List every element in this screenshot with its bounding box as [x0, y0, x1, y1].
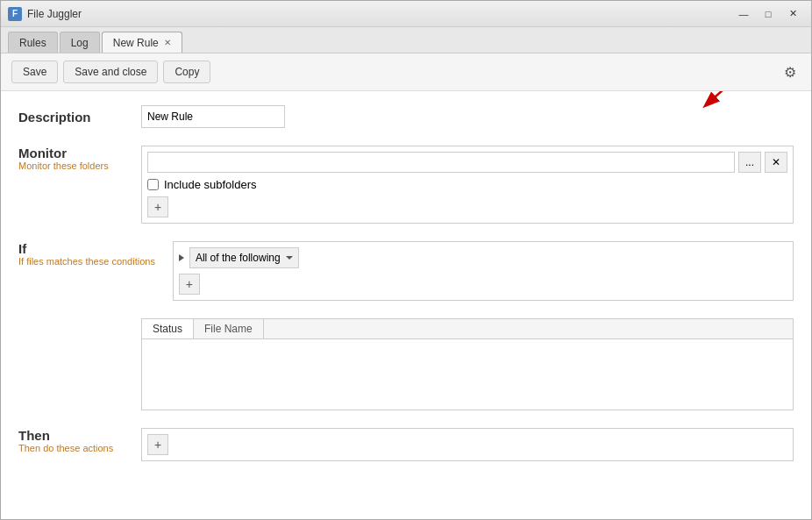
copy-button[interactable]: Copy	[163, 61, 210, 83]
tab-filename[interactable]: File Name	[194, 319, 264, 338]
status-area: Status File Name	[141, 318, 794, 410]
monitor-folder-row: ... ✕	[147, 152, 787, 173]
minimize-button[interactable]: —	[732, 5, 755, 23]
monitor-browse-button[interactable]: ...	[738, 152, 761, 173]
then-section: Then Then do these actions +	[18, 428, 794, 461]
tab-rules[interactable]: Rules	[8, 32, 58, 53]
description-section: Description	[18, 105, 794, 128]
include-subfolders-checkbox[interactable]	[147, 179, 159, 190]
monitor-section: Monitor Monitor these folders ... ✕ Incl…	[18, 146, 794, 224]
tab-new-rule[interactable]: New Rule ✕	[102, 32, 182, 53]
condition-label: All of the following	[196, 252, 281, 264]
tab-close-icon[interactable]: ✕	[164, 38, 171, 47]
if-content: All of the following +	[173, 241, 794, 301]
monitor-subtitle: Monitor these folders	[18, 160, 124, 171]
svg-line-1	[706, 91, 750, 105]
status-content	[142, 339, 793, 410]
subfolders-row: Include subfolders	[147, 178, 787, 191]
tab-bar: Rules Log New Rule ✕	[1, 27, 811, 53]
condition-dropdown[interactable]: All of the following	[189, 247, 299, 268]
subfolders-label: Include subfolders	[164, 178, 257, 191]
tab-filename-label: File Name	[204, 323, 253, 335]
window-controls: — □ ✕	[732, 5, 804, 23]
if-subtitle: If files matches these conditions	[18, 256, 155, 267]
monitor-folder-input[interactable]	[147, 152, 735, 173]
save-button[interactable]: Save	[11, 61, 58, 83]
main-content: Description Monitor Monitor these fol	[1, 91, 811, 519]
then-subtitle: Then do these actions	[18, 443, 124, 453]
tab-log[interactable]: Log	[60, 32, 100, 53]
status-tabs: Status File Name	[142, 319, 793, 339]
tab-log-label: Log	[71, 37, 89, 49]
then-label-area: Then Then do these actions	[18, 428, 124, 461]
arrow-annotation	[671, 91, 776, 118]
description-label: Description	[18, 110, 124, 125]
monitor-label-area: Monitor Monitor these folders	[18, 146, 124, 224]
then-content: +	[141, 428, 794, 461]
monitor-content: ... ✕ Include subfolders +	[141, 146, 794, 224]
then-add-button[interactable]: +	[147, 434, 168, 455]
monitor-add-button[interactable]: +	[147, 196, 168, 217]
if-section: If If files matches these conditions All…	[18, 241, 794, 301]
title-bar: F File Juggler — □ ✕	[1, 1, 811, 27]
toolbar: Save Save and close Copy ⚙	[1, 53, 811, 91]
if-label-area: If If files matches these conditions	[18, 241, 155, 301]
settings-icon[interactable]: ⚙	[780, 61, 801, 82]
dropdown-arrow-icon	[286, 256, 293, 260]
title-bar-left: F File Juggler	[8, 7, 82, 21]
tab-new-rule-label: New Rule	[113, 37, 159, 49]
if-title: If	[18, 241, 155, 256]
tab-status-label: Status	[153, 323, 182, 335]
main-window: F File Juggler — □ ✕ Rules Log New Rule …	[0, 0, 812, 520]
tab-rules-label: Rules	[19, 37, 46, 49]
save-and-close-button[interactable]: Save and close	[63, 61, 158, 83]
description-input[interactable]	[141, 105, 285, 128]
monitor-remove-button[interactable]: ✕	[765, 152, 787, 173]
condition-row: All of the following	[179, 247, 787, 268]
if-add-button[interactable]: +	[179, 274, 200, 295]
close-button[interactable]: ✕	[781, 5, 804, 23]
window-title: File Juggler	[27, 8, 82, 20]
app-icon: F	[8, 7, 22, 21]
toolbar-left: Save Save and close Copy	[11, 61, 210, 83]
tab-status[interactable]: Status	[142, 319, 194, 338]
condition-arrow-icon	[179, 254, 184, 261]
monitor-title: Monitor	[18, 146, 124, 160]
then-title: Then	[18, 428, 124, 443]
maximize-button[interactable]: □	[757, 5, 780, 23]
